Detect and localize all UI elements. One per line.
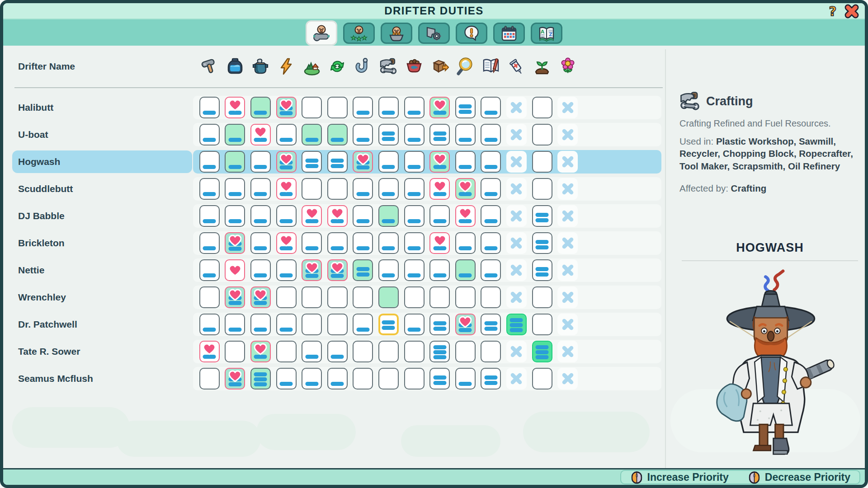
duty-cell[interactable] (378, 205, 399, 227)
duty-cell[interactable] (276, 232, 297, 254)
drifter-name[interactable]: Halibutt (12, 96, 192, 119)
duty-cell[interactable] (557, 97, 578, 118)
duty-cell[interactable] (353, 205, 373, 227)
duty-cell[interactable] (557, 286, 578, 308)
duty-cell[interactable] (455, 178, 476, 200)
duty-cell[interactable] (225, 124, 245, 145)
duty-cell[interactable] (429, 178, 450, 200)
duty-cell[interactable] (327, 124, 348, 145)
duty-cell[interactable] (225, 97, 245, 118)
duty-cell[interactable] (327, 97, 348, 118)
duty-cell[interactable] (506, 259, 527, 281)
duty-cell[interactable] (506, 286, 527, 308)
crafting-icon[interactable] (379, 57, 397, 75)
duty-cell[interactable] (327, 151, 348, 173)
duty-cell[interactable] (455, 97, 476, 118)
duty-cell[interactable] (455, 151, 476, 173)
duty-cell[interactable] (481, 259, 501, 281)
duty-cell[interactable] (506, 232, 527, 254)
duty-cell[interactable] (404, 124, 425, 145)
duty-cell[interactable] (557, 259, 578, 281)
duty-cell[interactable] (225, 151, 245, 173)
duty-cell[interactable] (199, 368, 220, 389)
duty-cell[interactable] (327, 286, 348, 308)
duty-cell[interactable] (481, 97, 501, 118)
duty-cell[interactable] (557, 314, 578, 335)
duty-cell[interactable] (199, 232, 220, 254)
drifter-name[interactable]: Wrenchley (12, 286, 192, 309)
duty-cell[interactable] (378, 341, 399, 362)
duty-cell[interactable] (199, 124, 220, 145)
duty-cell[interactable] (557, 178, 578, 200)
duty-cell[interactable] (404, 368, 425, 389)
duty-cell[interactable] (481, 314, 501, 335)
duty-cell[interactable] (353, 259, 373, 281)
duty-cell[interactable] (327, 314, 348, 335)
tab-index[interactable]: AZ (531, 23, 562, 44)
duty-cell[interactable] (455, 259, 476, 281)
tab-production[interactable] (418, 23, 450, 44)
duty-cell[interactable] (532, 232, 552, 254)
tab-schedule[interactable] (493, 23, 525, 44)
duty-cell[interactable] (532, 286, 552, 308)
farming-sprout-icon[interactable] (533, 57, 551, 75)
duty-cell[interactable] (302, 178, 322, 200)
duty-cell[interactable] (250, 259, 271, 281)
duty-cell[interactable] (225, 341, 245, 362)
duty-cell[interactable] (353, 286, 373, 308)
duty-cell[interactable] (276, 124, 297, 145)
duty-cell[interactable] (506, 178, 527, 200)
duty-cell[interactable] (404, 178, 425, 200)
duty-cell[interactable] (532, 97, 552, 118)
island-icon[interactable] (303, 57, 321, 75)
duty-cell[interactable] (429, 151, 450, 173)
duty-cell[interactable] (429, 97, 450, 118)
duty-cell[interactable] (225, 232, 245, 254)
recycling-icon[interactable] (328, 57, 346, 75)
duty-cell[interactable] (353, 341, 373, 362)
duty-cell[interactable] (250, 205, 271, 227)
duty-cell[interactable] (455, 314, 476, 335)
duty-cell[interactable] (378, 178, 399, 200)
duty-cell[interactable] (199, 341, 220, 362)
duty-cell[interactable] (225, 178, 245, 200)
education-book-icon[interactable] (482, 57, 500, 75)
duty-cell[interactable] (302, 232, 322, 254)
drifter-name[interactable]: Brickleton (12, 232, 192, 254)
duty-cell[interactable] (276, 178, 297, 200)
duty-cell[interactable] (250, 151, 271, 173)
close-button[interactable] (844, 4, 859, 19)
duty-cell[interactable] (429, 124, 450, 145)
duty-cell[interactable] (532, 314, 552, 335)
duty-cell[interactable] (532, 341, 552, 362)
duty-cell[interactable] (327, 178, 348, 200)
duty-cell[interactable] (404, 151, 425, 173)
duty-cell[interactable] (429, 259, 450, 281)
duty-cell[interactable] (302, 124, 322, 145)
priority-hint[interactable]: Increase Priority (630, 471, 729, 484)
duty-cell[interactable] (506, 205, 527, 227)
tab-food[interactable] (381, 23, 412, 44)
duty-cell[interactable] (455, 205, 476, 227)
duty-cell[interactable] (404, 314, 425, 335)
duty-cell[interactable] (506, 151, 527, 173)
duty-cell[interactable] (378, 124, 399, 145)
duty-cell[interactable] (302, 151, 322, 173)
duty-cell[interactable] (250, 124, 271, 145)
duty-cell[interactable] (429, 286, 450, 308)
drifter-name[interactable]: Scuddlebutt (12, 178, 192, 200)
duty-cell[interactable] (353, 151, 373, 173)
duty-cell[interactable] (302, 341, 322, 362)
drifter-name[interactable]: Seamus Mcflush (12, 367, 192, 390)
duty-cell[interactable] (557, 341, 578, 362)
duty-cell[interactable] (429, 232, 450, 254)
duty-cell[interactable] (481, 286, 501, 308)
duty-cell[interactable] (455, 232, 476, 254)
duty-cell[interactable] (353, 232, 373, 254)
duty-cell[interactable] (327, 232, 348, 254)
duty-cell[interactable] (250, 368, 271, 389)
water-flask-icon[interactable] (226, 57, 244, 75)
duty-cell[interactable] (199, 205, 220, 227)
duty-cell[interactable] (404, 97, 425, 118)
duty-cell[interactable] (481, 151, 501, 173)
